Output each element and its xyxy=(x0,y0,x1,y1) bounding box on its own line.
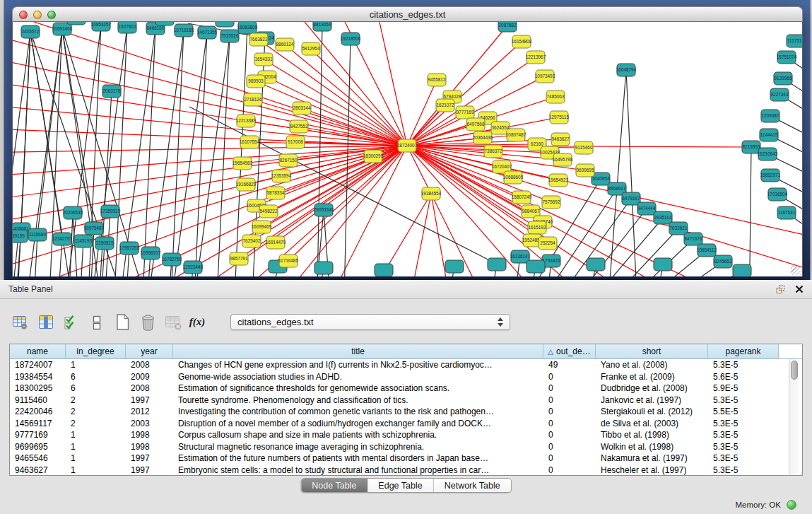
table-vertical-scrollbar[interactable] xyxy=(789,359,799,475)
graph-node[interactable] xyxy=(155,22,174,25)
graph-node[interactable]: 10807487 xyxy=(506,129,526,141)
table-row[interactable]: 2242004622012Investigating the contribut… xyxy=(10,406,802,418)
graph-node[interactable]: 2063178 xyxy=(102,85,121,98)
graph-node[interactable]: 17957255 xyxy=(119,242,140,255)
graph-node[interactable] xyxy=(488,258,506,271)
graph-node[interactable]: 16958107 xyxy=(141,247,161,259)
graph-node[interactable]: 39159 xyxy=(13,230,28,243)
graph-node[interactable]: 8427552 xyxy=(290,120,308,133)
graph-node[interactable]: 5498222 xyxy=(259,205,278,218)
graph-node[interactable]: 7625402 xyxy=(242,235,261,247)
graph-node[interactable]: 2405572 xyxy=(21,25,40,38)
row-mode-icon[interactable] xyxy=(88,313,106,332)
graph-node[interactable]: 1527602 xyxy=(118,22,136,33)
graph-node[interactable]: 1115689 xyxy=(28,228,47,241)
graph-node[interactable]: 7386372 xyxy=(484,145,502,158)
tab-edge-table[interactable]: Edge Table xyxy=(367,479,433,492)
scrollbar-thumb[interactable] xyxy=(791,361,798,380)
graph-node[interactable]: 7485063 xyxy=(546,90,565,103)
graph-node[interactable]: 1350515 xyxy=(95,237,114,250)
graph-node[interactable]: 10973493 xyxy=(535,70,555,83)
graph-node[interactable]: 9474444 xyxy=(637,202,656,215)
graph-node[interactable]: 10688609 xyxy=(503,171,524,184)
graph-node[interactable]: 1209387 xyxy=(761,110,779,122)
network-canvas[interactable]: 2405572206914061085325715276026466160107… xyxy=(12,22,803,276)
graph-node[interactable]: 2803144 xyxy=(293,102,311,115)
graph-node[interactable]: 15807249 xyxy=(512,191,532,204)
graph-node[interactable]: 15751074 xyxy=(777,51,797,64)
network-window-titlebar[interactable]: citations_edges.txt xyxy=(12,6,803,22)
graph-node[interactable]: 14671355 xyxy=(197,26,218,39)
graph-node[interactable]: 1244415 xyxy=(760,129,778,141)
graph-node[interactable] xyxy=(67,22,86,25)
graph-node[interactable]: 20364436 xyxy=(473,132,493,144)
graph-node[interactable]: 12923448 xyxy=(183,261,204,274)
graph-node[interactable]: 252254 xyxy=(539,237,557,250)
graph-node[interactable]: 29053346 xyxy=(314,204,334,216)
graph-node[interactable]: 8813054 xyxy=(313,22,331,31)
graph-node[interactable] xyxy=(654,258,672,271)
column-header-out-degree[interactable]: △out_de… xyxy=(543,344,596,358)
graph-node[interactable]: 19654923 xyxy=(548,174,569,187)
delete-icon[interactable] xyxy=(139,313,157,332)
graph-node[interactable] xyxy=(733,264,751,276)
graph-node[interactable]: 989903 xyxy=(247,75,265,88)
graph-node[interactable]: 1167531 xyxy=(777,206,796,219)
graph-node[interactable]: 16210643 xyxy=(758,148,778,160)
graph-node[interactable] xyxy=(314,262,333,274)
column-header-title[interactable]: title xyxy=(173,344,543,358)
graph-node[interactable]: 17359929 xyxy=(100,205,121,218)
tab-network-table[interactable]: Network Table xyxy=(433,479,511,492)
graph-node[interactable] xyxy=(216,22,234,27)
graph-node[interactable]: 16107554 xyxy=(240,136,260,148)
close-panel-icon[interactable] xyxy=(795,285,804,293)
tab-node-table[interactable]: Node Table xyxy=(301,479,367,492)
graph-node[interactable]: 5912954 xyxy=(302,42,320,55)
graph-node[interactable]: 8860124 xyxy=(276,38,294,51)
graph-node[interactable]: 9227343 xyxy=(770,88,789,101)
graph-node[interactable]: 1145193 xyxy=(74,235,93,247)
graph-node[interactable]: 1117514 xyxy=(787,35,803,47)
graph-node[interactable] xyxy=(526,260,545,273)
graph-node[interactable]: 12213967 xyxy=(526,51,546,64)
graph-node[interactable]: 2718126 xyxy=(244,93,262,106)
graph-node[interactable] xyxy=(375,264,393,276)
graph-node[interactable]: 20206535 xyxy=(63,206,83,219)
column-header-pagerank[interactable]: pagerank xyxy=(708,344,779,358)
graph-node[interactable]: 7632621 xyxy=(669,222,688,235)
graph-node[interactable]: 8267150 xyxy=(279,154,298,167)
window-resize-grip-icon[interactable] xyxy=(791,265,801,275)
table-row[interactable]: 977716911998Corpus callosum shape and si… xyxy=(10,429,802,441)
graph-node[interactable]: 18300295 xyxy=(363,150,384,163)
graph-node[interactable]: 16083809 xyxy=(237,22,258,34)
float-panel-icon[interactable] xyxy=(776,285,785,294)
graph-node[interactable]: 19654983 xyxy=(233,157,253,170)
graph-node[interactable]: 16914479 xyxy=(266,236,286,249)
column-header-year[interactable]: year xyxy=(126,344,173,358)
table-row[interactable]: 1456911722003Disruption of a novel membe… xyxy=(10,418,802,430)
graph-node[interactable]: 12213389 xyxy=(236,115,257,127)
new-file-icon[interactable] xyxy=(113,313,131,332)
table-selector-dropdown[interactable]: citations_edges.txt xyxy=(230,314,510,330)
graph-node[interactable]: 2087682 xyxy=(498,22,517,32)
graph-node[interactable]: 1615192 xyxy=(528,221,546,234)
graph-node[interactable]: 9455812 xyxy=(428,74,446,86)
function-builder-icon[interactable]: f(x) xyxy=(189,313,208,332)
graph-node[interactable]: 90975487 xyxy=(84,222,105,235)
graph-node[interactable]: 10654112 xyxy=(697,244,717,257)
graph-node[interactable]: 8471676 xyxy=(684,233,702,245)
table-row[interactable]: 911546021997Tourette syndrome. Phenomeno… xyxy=(10,395,802,407)
graph-node[interactable]: 11716485 xyxy=(278,255,298,267)
graph-node[interactable]: 6479197 xyxy=(622,192,640,205)
graph-node[interactable]: 12353594 xyxy=(271,170,292,182)
table-row[interactable]: 946362711997Embryonic stem cells: a mode… xyxy=(10,465,802,477)
graph-node[interactable]: 9115460 xyxy=(575,141,593,154)
graph-node[interactable]: 7515526 xyxy=(220,30,239,42)
graph-node[interactable]: 15692971 xyxy=(760,169,781,182)
table-settings-icon[interactable] xyxy=(11,313,30,332)
graph-node[interactable]: 9857791 xyxy=(230,252,248,265)
graph-node[interactable]: 16648794 xyxy=(616,64,637,76)
column-header-in-degree[interactable]: in_degree xyxy=(66,344,126,358)
graph-node[interactable]: 16154808 xyxy=(512,35,532,48)
graph-node[interactable]: 16099469 xyxy=(252,221,272,233)
